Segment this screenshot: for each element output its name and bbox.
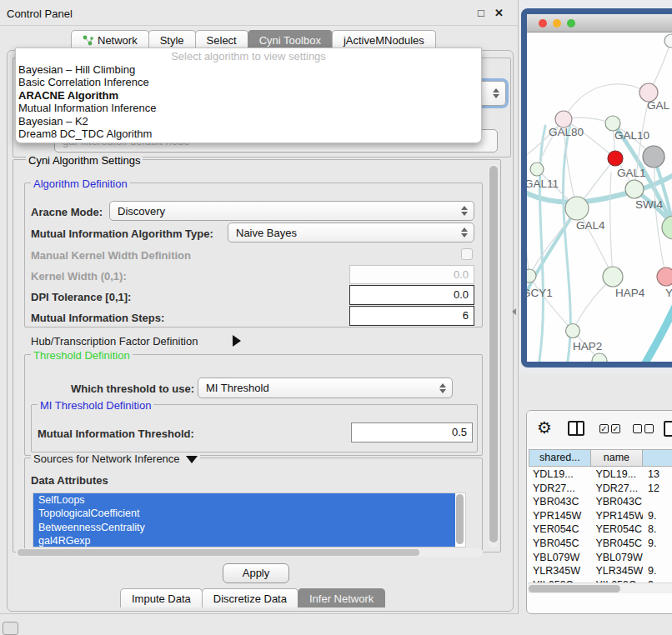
table-row[interactable]: YDL19...YDL19...13	[529, 468, 672, 482]
hub-definition-label[interactable]: Hub/Transcription Factor Definition	[31, 335, 198, 348]
tab-select[interactable]: Select	[195, 30, 248, 49]
table-cell[interactable]: YPR145W	[529, 509, 590, 523]
algorithm-option[interactable]: Dream8 DC_TDC Algorithm	[16, 128, 481, 140]
network-edge[interactable]	[529, 276, 573, 331]
minimize-traffic-light-icon[interactable]	[553, 19, 561, 28]
float-window-icon[interactable]: □	[478, 7, 484, 19]
table-column-header[interactable]: name	[590, 449, 644, 467]
table-cell[interactable]: YBL079W	[529, 551, 590, 565]
table-mode-icon[interactable]	[664, 421, 672, 437]
network-node-gal11[interactable]	[530, 162, 544, 176]
table-cell[interactable]: YDL19...	[529, 468, 590, 482]
table-row[interactable]: YDR27...YDR27...12	[529, 482, 672, 496]
table-cell[interactable]: YBL079W	[590, 551, 643, 565]
aracne-mode-combo[interactable]: Discovery	[109, 201, 474, 221]
table-cell[interactable]: 9.	[643, 509, 672, 523]
network-node-hap2[interactable]	[566, 324, 580, 338]
network-canvas[interactable]: GALGAL80GAL10GAL1GAL11SWI4GAL4GCY1HAP4YH…	[527, 32, 672, 362]
table-cell[interactable]: 13	[643, 468, 672, 482]
table-row[interactable]: YER054CYER054C8.	[529, 522, 672, 537]
network-node-pink-right[interactable]	[657, 268, 672, 286]
close-window-icon[interactable]: ✕	[494, 7, 504, 19]
mi-algorithm-type-combo[interactable]: Naive Bayes	[228, 222, 474, 242]
dpi-tolerance-field[interactable]: 0.0	[349, 285, 474, 305]
tab-cyni-toolbox[interactable]: Cyni Toolbox	[248, 30, 333, 49]
attributes-scrollbar-thumb[interactable]	[456, 494, 464, 544]
table-column-header[interactable]: shared...	[529, 449, 591, 467]
mi-threshold-field[interactable]: 0.5	[351, 422, 473, 442]
expand-right-icon[interactable]	[233, 335, 241, 347]
table-cell[interactable]: YDR27...	[590, 482, 643, 496]
mi-steps-field[interactable]: 6	[349, 306, 474, 326]
table-cell[interactable]: YLR345W	[590, 564, 643, 578]
network-node-gal1[interactable]	[608, 151, 623, 166]
table-cell[interactable]: YBR043C	[529, 495, 590, 509]
settings-horizontal-scrollbar[interactable]	[16, 548, 483, 557]
network-view-window[interactable]: GALGAL80GAL10GAL1GAL11SWI4GAL4GCY1HAP4YH…	[521, 8, 672, 368]
network-node-swi4[interactable]	[625, 180, 644, 198]
table-cell[interactable]: 9.	[643, 537, 672, 551]
tab-jactivemnodules[interactable]: jActiveMNodules	[332, 30, 436, 49]
algorithm-option[interactable]: ARACNE Algorithm	[16, 89, 481, 102]
network-node-gcy1[interactable]	[527, 269, 536, 282]
collapse-down-icon[interactable]	[186, 456, 198, 463]
table-cell[interactable]: YLR345W	[529, 564, 590, 578]
table-cell[interactable]	[643, 551, 672, 565]
table-row[interactable]: YBR045CYBR045C9.	[529, 537, 672, 551]
network-edge[interactable]	[527, 222, 529, 276]
table-cell[interactable]: YER054C	[529, 522, 590, 537]
network-graph[interactable]: GALGAL80GAL10GAL1GAL11SWI4GAL4GCY1HAP4YH…	[527, 32, 672, 362]
manual-kernel-checkbox[interactable]	[461, 248, 473, 260]
kernel-width-field[interactable]: 0.0	[349, 265, 474, 284]
table-cell[interactable]: 9.	[643, 564, 672, 578]
tab-impute-data[interactable]: Impute Data	[120, 588, 203, 608]
table-cell[interactable]: YDR27...	[529, 482, 590, 496]
algorithm-option[interactable]: Bayesian – K2	[16, 115, 481, 128]
unchecked-box-icon[interactable]	[633, 424, 642, 433]
unchecked-box-icon[interactable]	[644, 424, 654, 433]
network-node-hap4[interactable]	[603, 267, 623, 287]
network-node-gal4[interactable]	[565, 197, 589, 220]
which-threshold-combo[interactable]: MI Threshold	[198, 378, 453, 398]
table-row[interactable]: YLR345WYLR345W9.	[529, 564, 672, 578]
table-hscrollbar-thumb[interactable]	[529, 585, 620, 592]
tab-discretize-data[interactable]: Discretize Data	[202, 588, 298, 608]
table-cell[interactable]: YBR045C	[529, 537, 590, 551]
algorithm-option[interactable]: Basic Correlation Inference	[16, 76, 481, 88]
table-horizontal-scrollbar[interactable]	[528, 582, 672, 593]
settings-scrollbar-thumb[interactable]	[489, 166, 498, 542]
table-column-header[interactable]	[642, 449, 672, 467]
network-edge[interactable]	[610, 172, 613, 277]
close-traffic-light-icon[interactable]	[539, 19, 547, 28]
split-columns-icon[interactable]	[568, 421, 584, 436]
table-cell[interactable]: 8.	[643, 522, 672, 537]
network-node-gal80[interactable]	[555, 111, 572, 128]
tab-infer-network[interactable]: Infer Network	[298, 588, 385, 608]
attribute-list-item[interactable]: SelfLoops	[33, 493, 455, 507]
algorithm-option[interactable]: Bayesian – Hill Climbing	[16, 63, 481, 76]
table-cell[interactable]: YDL19...	[590, 468, 643, 482]
zoom-traffic-light-icon[interactable]	[567, 19, 575, 28]
algorithm-option[interactable]: Mutual Information Inference	[16, 102, 481, 114]
network-node-top-partial[interactable]	[664, 34, 672, 48]
checked-box-icon[interactable]: ✓	[611, 424, 620, 433]
attribute-list-item[interactable]: BetweennessCentrality	[33, 521, 455, 534]
attribute-list-item[interactable]: TopologicalCoefficient	[33, 507, 455, 520]
table-row[interactable]: YBL079WYBL079W	[529, 551, 672, 565]
dock-panel-icon[interactable]	[3, 622, 18, 635]
table-cell[interactable]: YER054C	[590, 522, 643, 537]
apply-button[interactable]: Apply	[223, 563, 289, 583]
tab-style[interactable]: Style	[148, 30, 196, 49]
table-row[interactable]: YPR145WYPR145W9.	[529, 509, 672, 523]
data-attributes-list[interactable]: SelfLoopsTopologicalCoefficientBetweenne…	[33, 492, 466, 548]
sources-group-title[interactable]: Sources for Network Inference	[31, 452, 200, 465]
network-node-big-right[interactable]	[662, 216, 672, 239]
table-cell[interactable]	[643, 495, 672, 509]
table-row[interactable]: YBR043CYBR043C	[529, 495, 672, 509]
table-cell[interactable]: YPR145W	[590, 509, 643, 523]
table-cell[interactable]: YBR045C	[590, 537, 643, 551]
attribute-list-item[interactable]: gal4RGexp	[33, 534, 455, 548]
table-cell[interactable]: YBR043C	[590, 495, 643, 509]
network-window-titlebar[interactable]	[527, 14, 672, 32]
panel-splitter-collapse-icon[interactable]	[512, 308, 516, 315]
